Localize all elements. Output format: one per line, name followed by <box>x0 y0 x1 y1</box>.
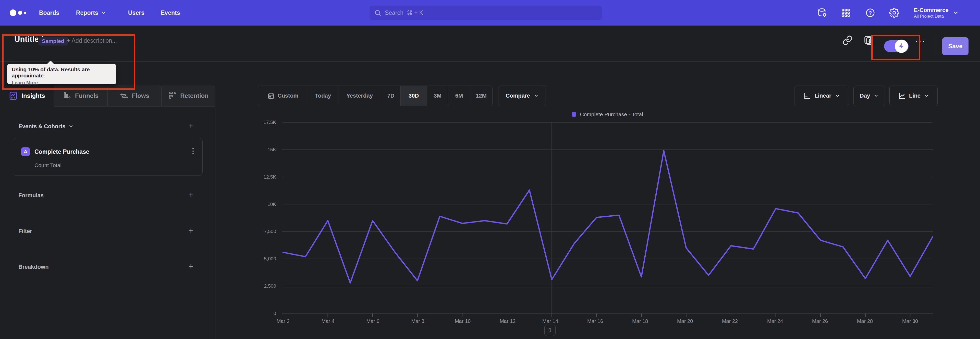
chevron-down-icon <box>68 124 74 129</box>
plus-icon: + <box>188 225 193 235</box>
help-icon: ? <box>865 8 875 18</box>
range-label: 3M <box>434 93 442 99</box>
nav-item-events[interactable]: Events <box>161 0 180 26</box>
svg-text:?: ? <box>869 10 872 16</box>
interval-selector[interactable]: Day <box>853 86 885 106</box>
nav-item-boards[interactable]: Boards <box>39 0 59 26</box>
y-tick-label: 2,500 <box>256 283 276 289</box>
x-tick-label: Mar 10 <box>449 318 477 324</box>
legend-swatch <box>572 112 576 117</box>
plus-icon: + <box>188 261 193 271</box>
search-input[interactable] <box>385 10 597 16</box>
tab-flows[interactable]: Flows <box>108 85 162 107</box>
help-button[interactable]: ? <box>865 0 875 26</box>
scale-label: Linear <box>815 93 831 99</box>
settings-button[interactable] <box>889 0 899 26</box>
add-to-board-button[interactable] <box>863 26 874 55</box>
compare-label: Compare <box>506 93 530 99</box>
chart-type-selector[interactable]: Line <box>889 86 938 106</box>
add-breakdown-button[interactable]: + <box>186 261 196 271</box>
learn-more-link[interactable]: Learn More <box>12 80 38 86</box>
mixpanel-logo-icon[interactable] <box>10 0 26 26</box>
range-label: Yesterday <box>346 93 373 99</box>
report-title-bar: Untitled Sampled + Add description... <box>0 26 980 61</box>
link-icon <box>842 35 853 46</box>
line-chart-icon <box>898 92 905 100</box>
event-menu-button[interactable] <box>192 148 194 154</box>
y-tick-label: 7,500 <box>256 229 276 234</box>
line-chart[interactable] <box>282 122 933 319</box>
formulas-section-label: Formulas <box>18 192 44 199</box>
nav-item-label: Events <box>161 10 180 16</box>
range-label: 6M <box>455 93 463 99</box>
chevron-down-icon <box>835 93 840 98</box>
range-label: Today <box>315 93 331 99</box>
funnels-icon <box>63 91 72 100</box>
date-range-control: Custom Today Yesterday 7D 30D 3M 6M 12M <box>258 86 493 106</box>
x-tick-label: Mar 26 <box>806 318 834 324</box>
copy-link-button[interactable] <box>842 26 853 55</box>
lightning-bolt-icon <box>897 42 905 50</box>
range-12m[interactable]: 12M <box>470 86 492 106</box>
x-tick-label: Mar 20 <box>671 318 699 324</box>
range-label: 30D <box>409 93 419 99</box>
save-button[interactable]: Save <box>942 37 969 55</box>
range-7d[interactable]: 7D <box>381 86 401 106</box>
project-switcher[interactable]: E-Commerce All Project Data <box>914 0 959 26</box>
tab-label: Retention <box>180 92 208 99</box>
x-tick-label: Mar 14 <box>536 318 564 324</box>
event-name[interactable]: Complete Purchase <box>35 149 89 155</box>
range-30d[interactable]: 30D <box>401 86 427 106</box>
y-tick-label: 12.5K <box>256 174 276 180</box>
tooltip-text: Using 10% of data. Results are approxima… <box>12 66 112 79</box>
project-name: E-Commerce <box>914 6 948 14</box>
pagination-page-1[interactable]: 1 <box>544 325 555 336</box>
nav-item-reports[interactable]: Reports <box>76 0 107 26</box>
nav-item-users[interactable]: Users <box>128 0 145 26</box>
range-yesterday[interactable]: Yesterday <box>338 86 381 106</box>
add-formula-button[interactable]: + <box>186 190 196 200</box>
nav-item-label: Boards <box>39 10 59 16</box>
range-label: Custom <box>278 93 299 99</box>
nav-item-label: Users <box>128 10 145 16</box>
scale-selector[interactable]: Linear <box>794 86 849 106</box>
tab-insights[interactable]: Insights <box>0 85 54 107</box>
add-event-button[interactable]: + <box>186 121 196 131</box>
x-tick-label: Mar 24 <box>761 318 789 324</box>
compare-button[interactable]: Compare <box>498 86 546 106</box>
filter-section-label: Filter <box>18 228 32 235</box>
add-description-field[interactable]: + Add description... <box>67 37 117 44</box>
range-6m[interactable]: 6M <box>449 86 470 106</box>
more-options-button[interactable]: ··· <box>915 26 925 55</box>
sampling-toggle[interactable] <box>884 40 908 52</box>
nav-item-label: Reports <box>76 10 98 16</box>
add-filter-button[interactable]: + <box>186 225 196 235</box>
gear-icon <box>889 8 899 18</box>
tab-label: Insights <box>21 92 45 99</box>
sampled-badge[interactable]: Sampled <box>38 37 68 45</box>
data-management-button[interactable] <box>817 0 827 26</box>
range-custom[interactable]: Custom <box>258 86 308 106</box>
x-tick-label: Mar 16 <box>581 318 609 324</box>
range-today[interactable]: Today <box>308 86 338 106</box>
ellipsis-icon: ··· <box>915 35 925 45</box>
apps-grid-button[interactable] <box>841 0 851 26</box>
events-cohorts-header[interactable]: Events & Cohorts <box>18 123 74 130</box>
chart-legend[interactable]: Complete Purchase - Total <box>282 111 933 118</box>
x-tick-label: Mar 6 <box>359 318 387 324</box>
tab-funnels[interactable]: Funnels <box>54 85 108 107</box>
chevron-down-icon <box>924 93 929 98</box>
event-series-badge: A <box>21 147 30 156</box>
tab-retention[interactable]: Retention <box>161 85 215 107</box>
x-tick-label: Mar 8 <box>404 318 432 324</box>
x-tick-label: Mar 2 <box>269 318 297 324</box>
x-tick-label: Mar 12 <box>493 318 522 324</box>
event-card[interactable]: A Complete Purchase Count Total <box>13 138 203 176</box>
x-tick-label: Mar 30 <box>896 318 924 324</box>
chart-type-label: Line <box>909 93 921 99</box>
event-metric[interactable]: Count Total <box>35 162 62 168</box>
range-3m[interactable]: 3M <box>427 86 449 106</box>
global-search[interactable] <box>369 6 602 20</box>
y-tick-label: 5,000 <box>256 256 276 262</box>
plus-icon: + <box>188 190 193 200</box>
